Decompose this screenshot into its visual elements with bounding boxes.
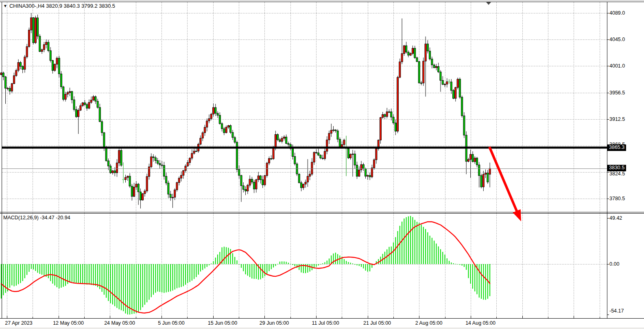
time-axis-label: 5 Jun 05:00: [158, 320, 184, 326]
price-axis-label: 4089.0: [609, 10, 625, 16]
time-axis-label: 12 May 05:00: [53, 320, 84, 326]
price-axis-label: 3824.5: [609, 171, 625, 177]
chart-window: ▼CHINA300-,H4 3820.9 3840.3 3799.2 3830.…: [0, 0, 644, 330]
macd-axis-label: 0.00: [609, 261, 619, 267]
chart-canvas[interactable]: [0, 0, 644, 330]
macd-axis-label: -54.17: [609, 308, 624, 314]
time-axis-label: 11 Jul 05:00: [312, 320, 339, 326]
support-price-badge: 3865.3: [607, 144, 626, 151]
chart-shift-marker-icon[interactable]: [486, 2, 491, 5]
symbol-ohlc-text: CHINA300-,H4 3820.9 3840.3 3799.2 3830.5: [9, 3, 115, 9]
macd-axis-label: 49.42: [609, 215, 622, 221]
price-axis-label: 4045.0: [609, 37, 625, 42]
price-axis-label: 3956.5: [609, 90, 625, 96]
price-axis-label: 4001.0: [609, 63, 625, 69]
time-axis-label: 29 Jun 05:00: [260, 320, 289, 326]
time-axis-label: 21 Jul 05:00: [363, 320, 391, 326]
price-axis-label: 3780.5: [609, 196, 625, 201]
symbol-title: ▼CHINA300-,H4 3820.9 3840.3 3799.2 3830.…: [3, 3, 115, 9]
price-axis-label: 3912.5: [609, 116, 625, 122]
time-axis-label: 15 Jun 05:00: [208, 320, 237, 326]
time-axis-label: 2 Aug 05:00: [415, 320, 443, 326]
macd-indicator-label: MACD(12,26,9) -34.47 -20.94: [3, 215, 70, 221]
time-axis-label: 14 Aug 05:00: [465, 320, 496, 326]
time-axis-label: 24 May 05:00: [104, 320, 135, 326]
time-axis-label: 27 Apr 2023: [5, 320, 32, 326]
chevron-down-icon: ▼: [3, 4, 7, 8]
bid-price-badge: 3830.5: [607, 165, 626, 171]
